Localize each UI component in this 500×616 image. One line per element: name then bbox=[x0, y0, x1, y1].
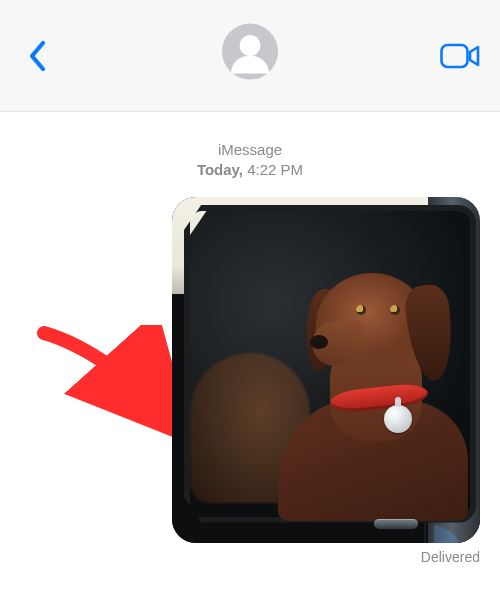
chevron-left-icon bbox=[28, 40, 48, 72]
svg-rect-1 bbox=[442, 45, 468, 67]
person-icon bbox=[222, 23, 278, 79]
thread-timestamp: iMessage Today, 4:22 PM bbox=[0, 140, 500, 181]
airtag-icon bbox=[384, 405, 412, 433]
back-button[interactable] bbox=[16, 34, 60, 78]
conversation-header bbox=[0, 0, 500, 112]
message-photo[interactable] bbox=[172, 197, 480, 543]
service-label: iMessage bbox=[0, 140, 500, 160]
photo-dog bbox=[268, 271, 468, 521]
photo-door-handle bbox=[374, 519, 418, 529]
contact-avatar[interactable] bbox=[222, 23, 278, 79]
delivery-status: Delivered bbox=[0, 549, 500, 565]
timestamp-day: Today, bbox=[197, 161, 243, 178]
svg-point-0 bbox=[240, 35, 261, 56]
timestamp-time: 4:22 PM bbox=[247, 161, 303, 178]
video-camera-icon bbox=[440, 42, 480, 70]
message-thread bbox=[0, 197, 500, 543]
facetime-button[interactable] bbox=[436, 34, 484, 78]
